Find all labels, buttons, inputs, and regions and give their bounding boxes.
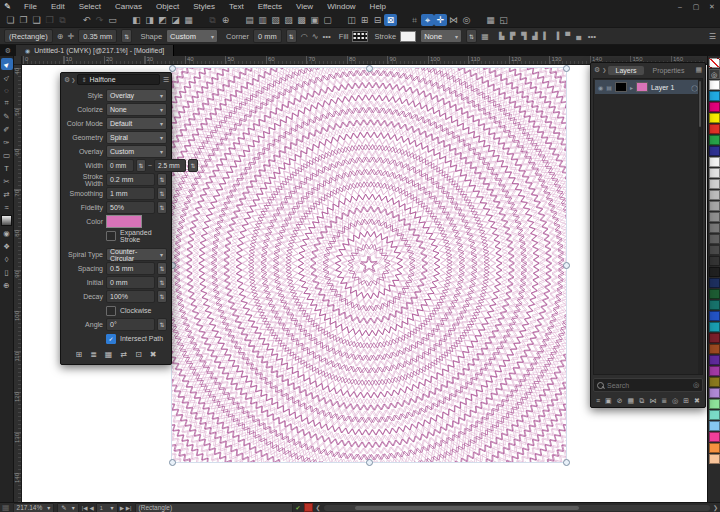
scroll-left-icon[interactable]: ❮: [316, 504, 321, 511]
spiral-type-select[interactable]: Counter-Circular▾: [106, 248, 167, 261]
chevron-right-icon[interactable]: ❯: [71, 77, 75, 83]
color-swatch-6[interactable]: [709, 124, 720, 134]
selection-handle[interactable]: [563, 262, 570, 269]
selection-handle[interactable]: [366, 459, 373, 466]
panel-grid-icon[interactable]: ▦: [695, 66, 702, 74]
menu-effects[interactable]: Effects: [251, 0, 289, 13]
redo-icon[interactable]: ↷: [93, 14, 106, 26]
menu-styles[interactable]: Styles: [186, 0, 222, 13]
intersect-path-checkbox[interactable]: ✓: [106, 334, 116, 344]
last-page-icon[interactable]: ▶|: [126, 505, 132, 511]
artboard-icon[interactable]: ▭: [106, 14, 119, 26]
color-swatch-11[interactable]: [709, 179, 720, 189]
minimize-button-icon[interactable]: –: [672, 3, 688, 11]
color-swatch-5[interactable]: [709, 113, 720, 123]
duplicate-layer-icon[interactable]: ⧉: [639, 397, 644, 405]
node-tool[interactable]: ✐: [1, 123, 13, 135]
width-min-input[interactable]: 0 mm: [106, 159, 134, 172]
color-swatch-32[interactable]: [709, 410, 720, 420]
overlay-select[interactable]: Custom▾: [106, 145, 167, 158]
target-circle-icon[interactable]: ◯: [691, 84, 698, 91]
brush-tool[interactable]: ✑: [1, 136, 13, 148]
color-swatch-21[interactable]: [709, 289, 720, 299]
color-swatch-26[interactable]: [709, 344, 720, 354]
align-icon-3[interactable]: ▟: [530, 32, 540, 40]
none-swatch[interactable]: [709, 58, 720, 68]
page-number-select[interactable]: 1 ▾: [96, 503, 118, 512]
boolean-intersect-icon[interactable]: ◩: [156, 14, 169, 26]
color-swatch-17[interactable]: [709, 245, 720, 255]
halftone-view-icon[interactable]: ⊠: [384, 14, 397, 26]
stroke-width-stepper[interactable]: ⇅: [466, 29, 477, 43]
bring-front-icon[interactable]: ▤: [243, 14, 256, 26]
blend-tool[interactable]: ❖: [1, 240, 13, 252]
pixel-view-icon[interactable]: ⊞: [358, 14, 371, 26]
smoothing-stepper[interactable]: ⇅: [157, 187, 167, 200]
align-icon-1[interactable]: ▛: [508, 32, 518, 40]
shape-builder-tool[interactable]: ⌗: [1, 97, 13, 109]
width-max-stepper[interactable]: ⇅: [188, 159, 198, 172]
color-swatch-29[interactable]: [709, 377, 720, 387]
width-max-input[interactable]: 2.5 mm: [154, 159, 186, 172]
paste-style-icon[interactable]: ⊕: [219, 14, 232, 26]
layers-search-field[interactable]: Search ◎: [593, 378, 703, 392]
chevron-right-icon[interactable]: ▸: [630, 84, 633, 91]
tab-layers[interactable]: Layers: [608, 66, 643, 75]
color-swatch-23[interactable]: [709, 311, 720, 321]
color-swatch-2[interactable]: [709, 80, 720, 90]
fidelity-input[interactable]: 50%: [106, 201, 155, 214]
warp-tool[interactable]: ≈: [1, 201, 13, 213]
color-swatch-35[interactable]: [709, 443, 720, 453]
prev-page-icon[interactable]: ◀: [89, 505, 93, 511]
align-icon-7[interactable]: ▄: [574, 32, 584, 40]
selection-handle[interactable]: [563, 65, 570, 72]
color-swatch-34[interactable]: [709, 432, 720, 442]
corner-input[interactable]: 0 mm: [253, 29, 282, 43]
undo-icon[interactable]: ↶: [80, 14, 93, 26]
menu-object[interactable]: Object: [149, 0, 186, 13]
expand-icon[interactable]: ⊡: [135, 350, 142, 359]
stroke-width-stepper[interactable]: ⇅: [157, 173, 167, 186]
menu-view[interactable]: View: [289, 0, 320, 13]
target-icon[interactable]: ⊕: [57, 32, 64, 41]
first-page-icon[interactable]: |◀: [82, 505, 88, 511]
hide-object-icon[interactable]: ▣: [308, 14, 321, 26]
angle-input[interactable]: 0°: [106, 318, 155, 331]
lock-workspace-icon[interactable]: ◱: [497, 14, 510, 26]
tab-properties[interactable]: Properties: [646, 66, 692, 75]
swap-icon[interactable]: ⇄: [120, 350, 127, 359]
transform-tool[interactable]: ⇄: [1, 188, 13, 200]
scroll-right-icon[interactable]: ❯: [713, 504, 718, 511]
menu-text[interactable]: Text: [222, 0, 251, 13]
registration-swatch[interactable]: ◎: [709, 69, 720, 79]
gear-icon[interactable]: ⚙: [594, 66, 600, 74]
maximize-button-icon[interactable]: ▢: [688, 3, 704, 11]
more-align-icon[interactable]: •••: [588, 32, 596, 41]
menu-canvas[interactable]: Canvas: [108, 0, 149, 13]
target-layer-icon[interactable]: ◎: [672, 397, 678, 405]
new-layer-icon[interactable]: ⊞: [683, 397, 689, 405]
drag-handle-icon[interactable]: ⇕: [81, 76, 86, 83]
more-options-icon[interactable]: •••: [322, 32, 330, 41]
lock-icon[interactable]: ▤: [606, 84, 612, 91]
menu-window[interactable]: Window: [320, 0, 362, 13]
color-swatch-33[interactable]: [709, 421, 720, 431]
align-icon-0[interactable]: ▙: [497, 32, 507, 40]
boolean-exclude-icon[interactable]: ◪: [169, 14, 182, 26]
halftone-panel-header[interactable]: ⚙ ❯ ⇕ Halftone ☰: [61, 73, 171, 86]
stroke-style-select[interactable]: None ▾: [420, 29, 462, 43]
clip-layer-icon[interactable]: ⊘: [617, 397, 623, 405]
angle-stepper[interactable]: ⇅: [157, 318, 167, 331]
horizontal-scrollbar[interactable]: [324, 505, 710, 511]
open-icon[interactable]: ❑: [30, 14, 43, 26]
menu-edit[interactable]: Edit: [44, 0, 72, 13]
snap-center-icon[interactable]: ◎: [460, 14, 473, 26]
direct-selection-tool[interactable]: ▻: [1, 71, 13, 83]
delete-layer-icon[interactable]: ✖: [694, 397, 700, 405]
layers-scrollbar[interactable]: [698, 79, 702, 374]
smoothing-input[interactable]: 1 mm: [106, 187, 155, 200]
visibility-icon[interactable]: ◉: [598, 84, 603, 91]
search-filter-icon[interactable]: ◎: [693, 381, 699, 389]
selection-handle[interactable]: [169, 65, 176, 72]
layer-list-icon[interactable]: ≡: [596, 397, 600, 404]
